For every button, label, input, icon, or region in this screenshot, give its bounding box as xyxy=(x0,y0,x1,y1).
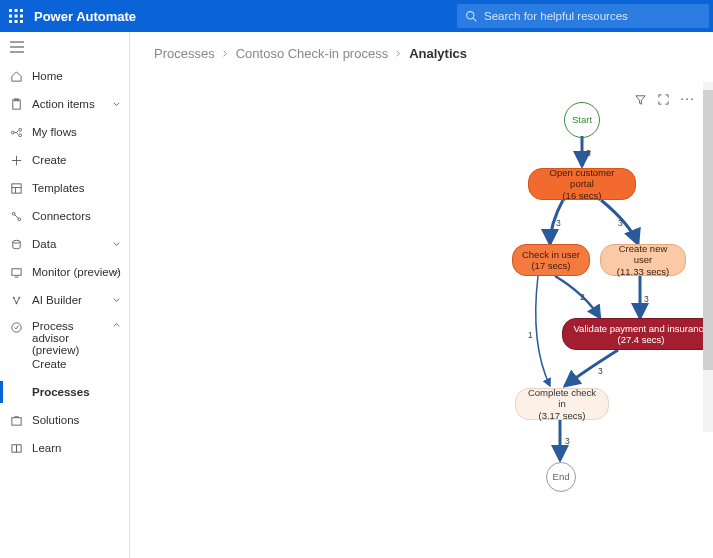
solutions-icon xyxy=(10,413,28,427)
edge-label: 3 xyxy=(598,366,603,376)
breadcrumb-processes[interactable]: Processes xyxy=(154,46,215,61)
sidebar-item-create[interactable]: Create xyxy=(0,146,129,174)
node-create-new-user[interactable]: Create new user(11.33 secs) xyxy=(600,244,686,276)
clipboard-icon xyxy=(10,97,28,111)
sidebar-item-label: Data xyxy=(32,238,56,250)
sidebar-item-pa-create[interactable]: Create xyxy=(0,350,129,378)
connectors-icon xyxy=(10,209,28,223)
main-content: Processes Contoso Check-in process Analy… xyxy=(130,32,713,558)
node-checkin-user[interactable]: Check in user(17 secs) xyxy=(512,244,590,276)
search-icon xyxy=(465,10,478,23)
sidebar-item-label: Create xyxy=(32,154,67,166)
svg-line-26 xyxy=(15,214,19,218)
sidebar-item-monitor[interactable]: Monitor (preview) xyxy=(0,258,129,286)
edge-label: 3 xyxy=(618,218,623,228)
svg-rect-34 xyxy=(12,417,21,424)
app-title: Power Automate xyxy=(32,9,136,24)
search-input[interactable] xyxy=(484,10,701,22)
sidebar-item-label: Learn xyxy=(32,442,61,454)
monitor-icon xyxy=(10,265,28,279)
svg-rect-28 xyxy=(12,268,21,275)
data-icon xyxy=(10,237,28,251)
sidebar-item-my-flows[interactable]: My flows xyxy=(0,118,129,146)
sidebar: Home Action items My flows Create Templa… xyxy=(0,32,130,558)
sidebar-item-label: Home xyxy=(32,70,63,82)
chevron-down-icon xyxy=(112,240,121,249)
sidebar-item-label: Processes xyxy=(32,386,90,398)
sidebar-item-data[interactable]: Data xyxy=(0,230,129,258)
breadcrumb: Processes Contoso Check-in process Analy… xyxy=(130,32,713,75)
svg-rect-3 xyxy=(9,15,12,18)
home-icon xyxy=(10,69,28,83)
sidebar-item-label: AI Builder xyxy=(32,294,82,306)
svg-rect-21 xyxy=(12,183,21,192)
templates-icon xyxy=(10,181,28,195)
ai-icon xyxy=(10,293,28,307)
svg-rect-6 xyxy=(9,20,12,23)
svg-point-27 xyxy=(13,240,20,243)
sidebar-item-label: My flows xyxy=(32,126,77,138)
sidebar-item-label: Connectors xyxy=(32,210,91,222)
svg-point-9 xyxy=(467,11,474,18)
svg-rect-8 xyxy=(20,20,23,23)
node-end[interactable]: End xyxy=(546,462,576,492)
sidebar-item-label: Templates xyxy=(32,182,84,194)
sidebar-item-label: Solutions xyxy=(32,414,79,426)
svg-rect-0 xyxy=(9,9,12,12)
sidebar-item-connectors[interactable]: Connectors xyxy=(0,202,129,230)
sidebar-item-ai-builder[interactable]: AI Builder xyxy=(0,286,129,314)
search-box[interactable] xyxy=(457,4,709,28)
sidebar-item-label: Action items xyxy=(32,98,95,110)
sidebar-item-pa-processes[interactable]: Processes xyxy=(0,378,129,406)
breadcrumb-process-name[interactable]: Contoso Check-in process xyxy=(236,46,388,61)
svg-line-10 xyxy=(473,18,476,21)
chevron-down-icon xyxy=(112,296,121,305)
scrollbar-thumb[interactable] xyxy=(703,90,713,370)
node-complete[interactable]: Complete check in(3.17 secs) xyxy=(515,388,609,420)
chevron-right-icon xyxy=(221,46,230,61)
svg-rect-4 xyxy=(15,15,18,18)
svg-rect-7 xyxy=(15,20,18,23)
edge-label: 3 xyxy=(644,294,649,304)
chevron-up-icon xyxy=(112,320,121,329)
svg-rect-1 xyxy=(15,9,18,12)
app-header: Power Automate xyxy=(0,0,713,32)
process-canvas[interactable]: Start Open customer portal(16 secs) Chec… xyxy=(260,84,701,552)
sidebar-item-label: Create xyxy=(32,358,67,370)
waffle-icon[interactable] xyxy=(0,9,32,23)
node-start[interactable]: Start xyxy=(564,102,600,138)
svg-rect-2 xyxy=(20,9,23,12)
sidebar-item-home[interactable]: Home xyxy=(0,62,129,90)
node-validate[interactable]: Validate payment and insurance(27.4 secs… xyxy=(562,318,713,350)
hamburger-button[interactable] xyxy=(0,32,129,62)
scrollbar[interactable] xyxy=(703,82,713,432)
chevron-right-icon xyxy=(394,46,403,61)
edge-label: 1 xyxy=(528,330,533,340)
svg-rect-5 xyxy=(20,15,23,18)
sidebar-item-solutions[interactable]: Solutions xyxy=(0,406,129,434)
sidebar-item-action-items[interactable]: Action items xyxy=(0,90,129,118)
edge-label: 3 xyxy=(586,148,591,158)
node-open-portal[interactable]: Open customer portal(16 secs) xyxy=(528,168,636,200)
edge-label: 3 xyxy=(565,436,570,446)
sidebar-item-label: Monitor (preview) xyxy=(32,266,121,278)
chevron-down-icon xyxy=(112,268,121,277)
sidebar-item-learn[interactable]: Learn xyxy=(0,434,129,462)
svg-point-17 xyxy=(19,128,22,131)
sidebar-item-process-advisor[interactable]: Process advisor (preview) xyxy=(0,314,129,350)
process-icon xyxy=(10,320,28,334)
learn-icon xyxy=(10,441,28,455)
edge-label: 3 xyxy=(556,218,561,228)
plus-icon xyxy=(10,153,28,167)
sidebar-item-templates[interactable]: Templates xyxy=(0,174,129,202)
edge-label: 2 xyxy=(580,292,585,302)
chevron-down-icon xyxy=(112,100,121,109)
svg-point-18 xyxy=(19,133,22,136)
flow-icon xyxy=(10,125,28,139)
breadcrumb-current: Analytics xyxy=(409,46,467,61)
